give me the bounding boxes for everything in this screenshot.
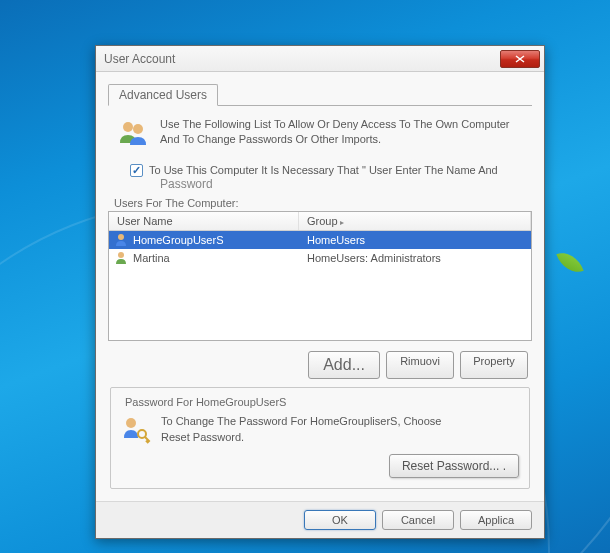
cancel-button[interactable]: Cancel	[382, 510, 454, 530]
password-fieldset: Password For HomeGroupUserS To Change Th…	[110, 387, 530, 489]
tab-strip: Advanced Users	[108, 83, 532, 106]
users-icon	[116, 117, 150, 153]
window-title: User Account	[104, 52, 500, 66]
row-group: HomeUsers	[307, 234, 365, 246]
svg-point-0	[123, 122, 133, 132]
users-listview[interactable]: User Name Group▸ HomeGroupUserS HomeUser…	[108, 211, 532, 341]
users-list-label: Users For The Computer:	[108, 197, 532, 209]
list-row[interactable]: Martina HomeUsers: Administrators	[109, 249, 531, 267]
list-header: User Name Group▸	[109, 212, 531, 231]
intro-text: Use The Following List To Allow Or Deny …	[160, 117, 524, 148]
row-username: HomeGroupUserS	[133, 234, 223, 246]
svg-point-1	[133, 124, 143, 134]
password-sublabel: Password	[108, 177, 532, 191]
checkbox-label: To Use This Computer It Is Necessary Tha…	[149, 163, 498, 177]
column-header-group[interactable]: Group▸	[299, 212, 531, 230]
row-username: Martina	[133, 252, 307, 264]
add-button[interactable]: Add...	[308, 351, 380, 379]
apply-button[interactable]: Applica	[460, 510, 532, 530]
fieldset-legend: Password For HomeGroupUserS	[121, 396, 290, 408]
reset-text-line2: Reset Password.	[161, 430, 441, 445]
reset-password-button[interactable]: Reset Password... .	[389, 454, 519, 478]
ok-button[interactable]: OK	[304, 510, 376, 530]
svg-point-2	[118, 234, 124, 240]
svg-point-3	[118, 252, 124, 258]
user-icon	[113, 232, 129, 248]
close-icon	[515, 55, 525, 63]
dialog-footer: OK Cancel Applica	[96, 501, 544, 538]
remove-button[interactable]: Rimuovi	[386, 351, 454, 379]
svg-point-5	[138, 430, 146, 438]
list-row[interactable]: HomeGroupUserS HomeUsers	[109, 231, 531, 249]
sort-caret-icon: ▸	[340, 218, 344, 227]
key-icon	[121, 414, 151, 446]
close-button[interactable]	[500, 50, 540, 68]
user-accounts-dialog: User Account Advanced Users Use The Foll…	[95, 45, 545, 539]
user-icon	[113, 250, 129, 266]
svg-point-4	[126, 418, 136, 428]
properties-button[interactable]: Property	[460, 351, 528, 379]
column-header-username[interactable]: User Name	[109, 212, 299, 230]
require-login-checkbox[interactable]: ✓	[130, 164, 143, 177]
reset-text-line1: To Change The Password For HomeGrouplise…	[161, 414, 441, 429]
tab-advanced-users[interactable]: Advanced Users	[108, 84, 218, 106]
row-group: HomeUsers: Administrators	[307, 252, 527, 264]
titlebar[interactable]: User Account	[96, 46, 544, 72]
